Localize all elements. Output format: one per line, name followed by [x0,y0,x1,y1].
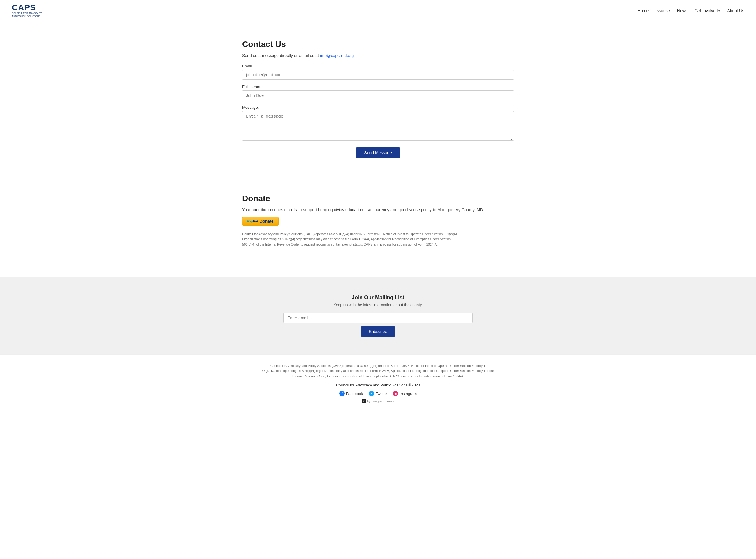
nav-get-involved[interactable]: Get Involved ▾ [694,8,720,13]
main-nav: Home Issues ▾ News Get Involved ▾ About … [638,8,744,13]
instagram-icon: ◉ [393,391,398,396]
twitter-link[interactable]: ✦ Twitter [369,391,387,396]
facebook-icon: f [339,391,345,396]
nav-news[interactable]: News [677,8,687,13]
message-group: Message: [242,105,514,141]
message-textarea[interactable] [242,111,514,141]
contact-description: Send us a message directly or email us a… [242,53,514,58]
site-header: CAPS COUNCIL FOR ADVOCACY AND POLICY SOL… [0,0,756,22]
mailing-section: Join Our Mailing List Keep up with the l… [0,277,756,354]
mailing-email-input[interactable] [283,313,473,323]
chevron-down-icon: ▾ [669,9,670,13]
email-label: Email: [242,64,514,68]
footer-social-links: f Facebook ✦ Twitter ◉ Instagram [6,391,750,396]
mailing-title: Join Our Mailing List [6,295,750,301]
contact-section: Contact Us Send us a message directly or… [242,40,514,158]
mailing-subtitle: Keep up with the latest information abou… [6,303,750,307]
logo-caps: CAPS [12,3,42,12]
logo-subtitle: COUNCIL FOR ADVOCACY AND POLICY SOLUTION… [12,12,42,18]
fullname-label: Full name: [242,85,514,89]
instagram-link[interactable]: ◉ Instagram [393,391,417,396]
footer-legal-text: Council for Advocacy and Policy Solution… [260,363,496,379]
send-message-button[interactable]: Send Message [356,148,400,158]
facebook-link[interactable]: f Facebook [339,391,363,396]
subscribe-button[interactable]: Subscribe [361,327,395,337]
message-label: Message: [242,105,514,110]
instagram-label: Instagram [399,392,417,396]
site-footer: Council for Advocacy and Policy Solution… [0,354,756,412]
contact-email-link[interactable]: info@capsrmd.org [320,53,354,58]
mailing-form: Subscribe [283,313,473,337]
nav-home[interactable]: Home [638,8,648,13]
twitter-label: Twitter [376,392,387,396]
contact-title: Contact Us [242,40,514,49]
nav-about-us[interactable]: About Us [727,8,744,13]
donate-legal-text: Council for Advocacy and Policy Solution… [242,232,461,247]
chevron-down-icon-2: ▾ [718,9,720,13]
donate-description: Your contribution goes directly to suppo… [242,207,514,212]
facebook-label: Facebook [346,392,363,396]
donate-button-wrap: PayPal Donate [242,217,514,226]
nav-issues[interactable]: Issues ▾ [656,8,670,13]
footer-credit-text: by douglasrcjames [367,399,394,403]
email-group: Email: [242,64,514,80]
paypal-donate-button[interactable]: PayPal Donate [242,217,279,226]
footer-credit: ✕ by douglasrcjames [6,399,750,403]
donate-section: Donate Your contribution goes directly t… [242,194,514,247]
fullname-input[interactable] [242,90,514,100]
paypal-logo-icon: PayPal [247,220,258,223]
fullname-group: Full name: [242,85,514,100]
main-content: Contact Us Send us a message directly or… [236,22,520,277]
contact-form: Email: Full name: Message: Send Message [242,64,514,158]
twitter-icon: ✦ [369,391,374,396]
footer-copyright: Council for Advocacy and Policy Solution… [6,383,750,387]
x-icon: ✕ [362,399,366,403]
donate-title: Donate [242,194,514,203]
donate-button-label: Donate [259,219,273,224]
email-input[interactable] [242,70,514,80]
logo[interactable]: CAPS COUNCIL FOR ADVOCACY AND POLICY SOL… [12,3,42,18]
